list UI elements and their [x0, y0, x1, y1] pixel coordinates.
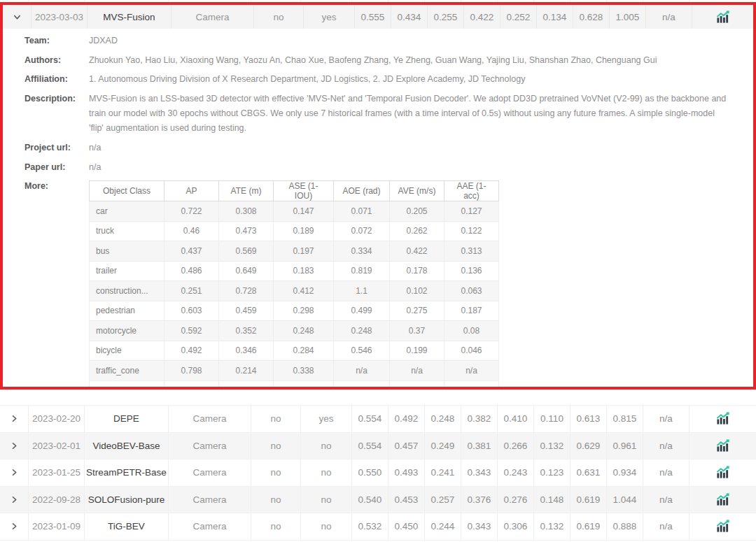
field-value: MVS-Fusion is an LSS-based 3D detector w… — [89, 92, 728, 136]
per-class-row: motorcycle0.5920.3520.2480.2480.370.08 — [90, 321, 499, 341]
map-data-flag: no — [251, 513, 300, 540]
per-class-row: traffic_cone0.7980.2140.338n/an/an/a — [90, 361, 499, 381]
class-metric-cell: 0.242 — [219, 380, 274, 390]
submission-date: 2023-03-03 — [31, 5, 87, 29]
chevron-right-icon[interactable] — [0, 487, 28, 513]
object-class-cell: bicycle — [90, 341, 164, 361]
method-name: VideoBEV-Base — [84, 433, 168, 459]
class-metric-cell: 0.313 — [444, 241, 499, 262]
leaderboard-row[interactable]: 2022-09-28 SOLOFusion-pure Camera no no … — [0, 486, 756, 513]
field-label: Affiliation: — [24, 72, 89, 86]
field-label: Project url: — [24, 141, 89, 155]
metric-value: 0.934 — [606, 459, 643, 486]
class-metric-cell: 0.486 — [164, 261, 219, 281]
metric-value: 0.123 — [533, 459, 570, 486]
field-value: 1. Autonomous Driving Division of X Rese… — [89, 72, 525, 86]
class-metric-cell: 0.473 — [219, 221, 274, 241]
field-label: Description: — [24, 92, 89, 136]
metric-value: 0.888 — [606, 513, 643, 540]
chart-icon[interactable] — [689, 513, 756, 540]
chart-icon[interactable] — [692, 5, 753, 29]
class-metric-cell: 0.105 — [334, 380, 390, 390]
map-data-flag: no — [251, 487, 300, 513]
map-data-flag: no — [251, 433, 300, 459]
leaderboard-row[interactable]: 2023-01-25 StreamPETR-Base Camera no no … — [0, 459, 756, 486]
class-metric-cell: 0.603 — [164, 301, 219, 321]
expanded-leaderboard-row[interactable]: 2023-03-03 MVS-Fusion Camera no yes 0.55… — [3, 5, 753, 29]
class-metric-cell: 0.412 — [274, 281, 334, 301]
metric-value: 0.434 — [391, 5, 427, 29]
metric-value: 0.613 — [570, 406, 606, 432]
external-data-flag: no — [300, 513, 351, 540]
detail-row-paper-url: Paper url: n/a — [24, 160, 728, 174]
metric-value: 0.257 — [424, 487, 461, 513]
class-metric-cell: 0.437 — [164, 241, 219, 262]
chart-icon[interactable] — [689, 459, 756, 486]
chart-icon[interactable] — [689, 406, 756, 432]
per-class-column-header: AOE (rad) — [334, 181, 390, 201]
class-metric-cell: 0.248 — [334, 321, 390, 341]
metric-value: n/a — [643, 406, 689, 432]
per-class-row: truck0.460.4730.1890.0720.2620.122 — [90, 221, 499, 241]
metric-value: n/a — [645, 5, 692, 29]
class-metric-cell: 0.122 — [444, 221, 499, 241]
metric-value: 0.450 — [388, 513, 424, 540]
modality: Camera — [171, 5, 253, 29]
object-class-cell: truck — [90, 221, 164, 241]
metric-value: 0.255 — [427, 5, 463, 29]
object-class-cell: barrier — [90, 380, 164, 390]
per-class-column-header: AVE (m/s) — [390, 181, 444, 201]
metric-value: n/a — [643, 459, 689, 486]
class-metric-cell: 0.251 — [164, 281, 219, 301]
metric-value: 0.110 — [533, 406, 570, 432]
metric-value: 0.554 — [351, 433, 388, 459]
submission-details-panel: Team: JDXAD Authors: Zhuokun Yao, Hao Li… — [3, 29, 753, 390]
chart-icon[interactable] — [689, 433, 756, 459]
modality: Camera — [168, 406, 251, 432]
chevron-down-icon[interactable] — [3, 5, 31, 29]
per-class-row: bus0.4370.5690.1970.3340.4220.313 — [90, 241, 499, 262]
chevron-right-icon[interactable] — [0, 459, 28, 486]
external-data-flag: yes — [300, 406, 351, 432]
metric-value: 0.961 — [606, 433, 643, 459]
field-label: More: — [24, 179, 89, 390]
metric-value: 0.376 — [461, 487, 497, 513]
class-metric-cell: 0.422 — [390, 241, 444, 262]
method-name: StreamPETR-Base — [84, 459, 168, 486]
class-metric-cell: 0.592 — [164, 321, 219, 341]
metric-value: 0.306 — [497, 513, 533, 540]
leaderboard-row[interactable]: 2023-01-09 TiG-BEV Camera no no 0.532 0.… — [0, 513, 756, 540]
external-data-flag: no — [300, 459, 351, 486]
class-metric-cell: n/a — [444, 380, 499, 390]
metric-value: n/a — [643, 513, 689, 540]
external-data-flag: no — [300, 487, 351, 513]
leaderboard-row[interactable]: 2023-02-20 DEPE Camera no yes 0.554 0.49… — [0, 405, 756, 432]
chevron-right-icon[interactable] — [0, 513, 28, 540]
object-class-cell: car — [90, 201, 164, 222]
class-metric-cell: 0.046 — [444, 341, 499, 361]
class-metric-cell: 1.1 — [334, 281, 390, 301]
modality: Camera — [168, 433, 251, 459]
metric-value: 0.343 — [461, 459, 497, 486]
metric-value: 0.134 — [536, 5, 573, 29]
external-data-flag: no — [300, 433, 351, 459]
object-class-cell: motorcycle — [90, 321, 164, 341]
class-metric-cell: 0.063 — [444, 281, 499, 301]
per-class-column-header: AAE (1-acc) — [444, 181, 499, 201]
chevron-right-icon[interactable] — [0, 433, 28, 459]
field-value: Zhuokun Yao, Hao Liu, Xiaoxing Wang, Yao… — [89, 53, 657, 67]
field-value: JDXAD — [89, 34, 118, 48]
chevron-right-icon[interactable] — [0, 406, 28, 432]
chart-icon[interactable] — [689, 487, 756, 513]
metric-value: 0.550 — [351, 459, 388, 486]
leaderboard-row[interactable]: 2023-02-01 VideoBEV-Base Camera no no 0.… — [0, 432, 756, 459]
class-metric-cell: n/a — [390, 361, 444, 381]
per-class-column-header: ASE (1-IOU) — [274, 181, 334, 201]
metric-value: 0.492 — [388, 406, 424, 432]
class-metric-cell: 0.275 — [390, 301, 444, 321]
metric-value: 0.381 — [461, 433, 497, 459]
metric-value: 0.619 — [570, 513, 606, 540]
class-metric-cell: 0.459 — [219, 301, 274, 321]
object-class-cell: traffic_cone — [90, 361, 164, 381]
class-metric-cell: 0.346 — [219, 341, 274, 361]
